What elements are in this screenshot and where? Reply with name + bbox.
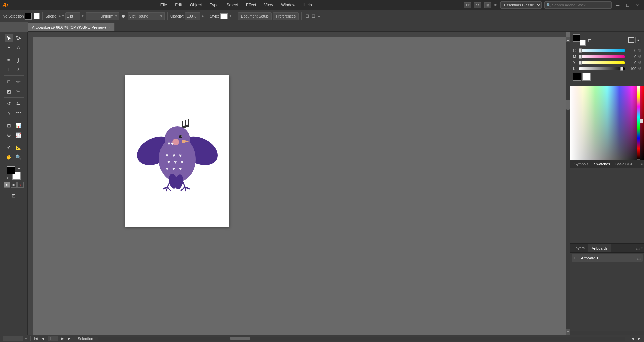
preferences-button[interactable]: Preferences [273, 12, 299, 20]
magenta-slider[interactable] [579, 55, 625, 58]
tab-close-button[interactable]: × [109, 25, 111, 29]
document-tab[interactable]: Artboard.ai @ 66.67% (CMYK/GPU Preview) … [28, 23, 115, 31]
reflect-tool[interactable]: ⇆ [14, 99, 23, 108]
last-artboard-button[interactable]: ▶| [67, 337, 72, 340]
maximize-button[interactable]: □ [624, 3, 631, 8]
canvas-area[interactable]: ♥ ♥ ♥ ♥ ♥ ♥ ♥ ♥ ♥ [28, 32, 570, 335]
type-tool[interactable]: T [5, 65, 13, 74]
close-button[interactable]: ✕ [634, 3, 641, 8]
black-value[interactable]: 100 [627, 67, 636, 71]
black-preview-swatch[interactable] [573, 73, 581, 81]
scroll-right-button[interactable]: ▶ [637, 337, 641, 340]
layers-menu-icon[interactable]: ≡ [640, 246, 643, 250]
hue-thumb[interactable] [640, 119, 643, 123]
hand-tool[interactable]: ✋ [5, 152, 13, 161]
scroll-thumb[interactable] [566, 100, 570, 110]
first-artboard-button[interactable]: |◀ [33, 337, 38, 340]
measure-tool[interactable]: 📐 [14, 143, 23, 152]
menu-file[interactable]: File [159, 2, 168, 8]
stroke-mode-icon[interactable] [628, 37, 634, 43]
direct-selection-tool[interactable] [14, 34, 23, 42]
pen-tool[interactable]: ✒ [5, 56, 13, 64]
none-mode-icon[interactable]: ⊘ [17, 182, 24, 188]
panel-menu-icon[interactable]: ≡ [317, 13, 321, 19]
scissors-tool[interactable]: ✂ [14, 87, 23, 96]
scale-tool[interactable]: ⤡ [5, 109, 13, 117]
search-stock-input[interactable] [544, 1, 612, 9]
curvature-tool[interactable]: ∫ [14, 56, 23, 64]
sub-tab-symbols[interactable]: Symbols [572, 160, 591, 168]
grid-icon[interactable]: ⊞ [484, 2, 491, 8]
black-thumb[interactable] [620, 67, 623, 71]
minimize-button[interactable]: ─ [614, 3, 621, 8]
sub-tab-swatches[interactable]: Swatches [591, 160, 613, 168]
column-graph-tool[interactable]: 📈 [14, 131, 23, 139]
selection-tool[interactable] [5, 34, 13, 42]
scroll-up-button[interactable]: ▲ [566, 37, 570, 42]
pen-icon[interactable]: ✒ [494, 2, 498, 8]
yellow-thumb[interactable] [579, 61, 582, 65]
menu-type[interactable]: Type [209, 2, 220, 8]
eyedropper-tool[interactable]: ✔ [5, 143, 13, 152]
scroll-track[interactable] [566, 42, 570, 329]
warp-tool[interactable]: 〜 [14, 109, 23, 117]
zoom-tool[interactable]: 🔍 [14, 152, 23, 161]
cyan-slider[interactable] [579, 49, 625, 52]
fill-swatch[interactable] [25, 13, 32, 20]
layers-lock-icon[interactable]: ⬚ [636, 246, 640, 250]
sub-tab-basic-rgb[interactable]: Basic RGB [613, 160, 636, 168]
menu-edit[interactable]: Edit [174, 2, 183, 8]
stroke-profile-selector[interactable]: Uniform ▼ [86, 12, 119, 20]
tab-artboards[interactable]: Artboards [588, 244, 611, 252]
artboard-name[interactable]: Artboard 1 [581, 256, 598, 260]
prev-artboard-button[interactable]: ◀ [41, 337, 45, 340]
opacity-more-btn[interactable]: ▶ [202, 14, 204, 18]
eraser-tool[interactable]: ◩ [5, 87, 13, 96]
line-tool[interactable]: / [14, 65, 23, 74]
bg-color-box[interactable] [580, 40, 586, 46]
bridge-icon[interactable]: Br [464, 2, 471, 8]
group-tool[interactable]: ⊡ [9, 191, 18, 200]
rectangle-tool[interactable]: □ [5, 77, 13, 86]
artboard-edit-icon[interactable]: ⬚ [637, 255, 641, 260]
artboard-number-input[interactable] [48, 336, 58, 341]
color-spectrum[interactable] [570, 86, 644, 160]
symbol-tool[interactable]: ⊕ [5, 131, 13, 139]
style-swatch[interactable] [220, 13, 228, 19]
menu-view[interactable]: View [263, 2, 274, 8]
magic-wand-tool[interactable]: ✦ [5, 43, 13, 52]
stroke-swatch-selector[interactable] [34, 13, 40, 19]
arrange-icon[interactable]: ⊞ [305, 13, 310, 19]
scroll-down-button[interactable]: ▼ [566, 329, 570, 335]
document-setup-button[interactable]: Document Setup [238, 12, 272, 20]
pencil-tool[interactable]: ✏ [14, 77, 23, 86]
color-mode-icon[interactable]: ■ [4, 182, 10, 188]
fill-mode-icon2[interactable]: ■ [635, 37, 641, 43]
gradient-mode-icon[interactable]: ▣ [11, 182, 17, 188]
stroke-style-selector[interactable]: 5 pt. Round ▼ [128, 12, 165, 20]
zoom-dropdown-icon[interactable]: ▼ [24, 337, 28, 340]
cyan-thumb[interactable] [579, 48, 582, 53]
canvas-vertical-scrollbar[interactable]: ▲ ▼ [566, 37, 570, 335]
fg-color-box[interactable] [573, 34, 580, 42]
magenta-value[interactable]: 0 [627, 55, 636, 59]
swap-arrow-icon[interactable]: ⇄ [588, 38, 591, 42]
artboard-list-item[interactable]: 1 Artboard 1 ⬚ [572, 254, 643, 262]
workspace-selector[interactable]: Essentials Classic [500, 1, 542, 9]
zoom-input[interactable]: 66.67% [3, 336, 23, 341]
artboard[interactable]: ♥ ♥ ♥ ♥ ♥ ♥ ♥ ♥ ♥ [125, 75, 229, 227]
magenta-thumb[interactable] [579, 55, 582, 59]
artboard-tool[interactable]: ⊟ [5, 121, 13, 130]
sub-panel-menu-icon[interactable]: ≡ [641, 162, 643, 166]
stroke-weight-input[interactable] [65, 12, 80, 20]
tab-layers[interactable]: Layers [570, 244, 588, 252]
style-dropdown-btn[interactable]: ▼ [229, 14, 232, 18]
foreground-color-swatch[interactable] [7, 166, 15, 174]
rotate-tool[interactable]: ↺ [5, 99, 13, 108]
menu-object[interactable]: Object [189, 2, 203, 8]
yellow-value[interactable]: 0 [627, 61, 636, 65]
next-artboard-button[interactable]: ▶ [61, 337, 65, 340]
opacity-input[interactable] [185, 12, 200, 20]
hue-slider[interactable] [637, 86, 640, 160]
black-slider[interactable] [579, 67, 625, 70]
